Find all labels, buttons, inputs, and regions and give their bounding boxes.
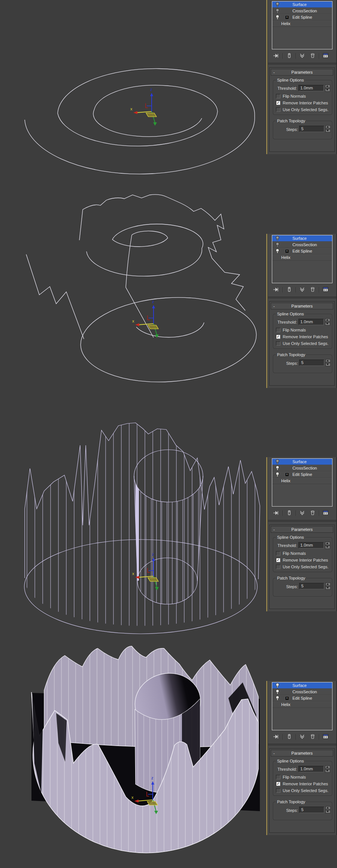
bulb-on-icon[interactable]	[275, 15, 280, 20]
stack-item-surface[interactable]: Surface	[272, 459, 332, 465]
expand-icon[interactable]: +	[285, 696, 289, 700]
modifier-stack[interactable]: SurfaceCrossSection+Edit SplineHelix	[272, 235, 333, 283]
stack-item-edit-spline[interactable]: +Edit Spline	[272, 248, 332, 254]
configure-modifier-sets-icon[interactable]	[322, 52, 330, 59]
threshold-spinner-up-arrow[interactable]	[325, 318, 330, 322]
checkbox-remove-interior-patches[interactable]: ✓	[276, 782, 280, 786]
make-unique-icon[interactable]	[299, 52, 306, 59]
steps-field[interactable]: 5	[299, 807, 324, 813]
stack-item-helix[interactable]: Helix	[272, 21, 332, 27]
checkbox-use-only-selected-segs[interactable]	[276, 788, 280, 793]
remove-modifier-icon[interactable]	[309, 286, 316, 293]
make-unique-icon[interactable]	[299, 733, 306, 740]
threshold-field[interactable]: 1.0mm	[298, 766, 324, 772]
steps-field[interactable]: 5	[299, 360, 324, 366]
stack-item-helix[interactable]: Helix	[272, 702, 332, 708]
transform-gizmo-1[interactable]	[130, 87, 157, 126]
checkbox-flip-normals[interactable]	[276, 94, 280, 98]
steps-spinner-down-arrow[interactable]	[325, 810, 331, 813]
collapse-icon[interactable]: -	[273, 69, 275, 75]
bulb-on-icon[interactable]	[275, 472, 280, 477]
pin-stack-icon[interactable]	[273, 510, 280, 516]
threshold-spinner-down-arrow[interactable]	[325, 545, 330, 549]
show-end-result-icon[interactable]	[286, 286, 293, 293]
bulb-on-icon[interactable]	[275, 683, 280, 688]
threshold-field[interactable]: 1.0mm	[298, 85, 324, 91]
rollout-header[interactable]: -Parameters	[271, 750, 333, 757]
checkbox-use-only-selected-segs[interactable]	[276, 107, 280, 112]
collapse-icon[interactable]: -	[273, 750, 275, 756]
expand-icon[interactable]: +	[285, 473, 289, 477]
checkbox-row-flip-normals[interactable]: Flip Normals	[276, 775, 331, 779]
bulb-on-icon[interactable]	[275, 248, 280, 254]
bulb-off-icon[interactable]	[275, 242, 280, 247]
modifier-stack[interactable]: SurfaceCrossSection+Edit SplineHelix	[272, 458, 333, 507]
viewport-2-crosssection-spline[interactable]	[26, 195, 259, 388]
pin-stack-icon[interactable]	[273, 733, 280, 740]
stack-item-surface[interactable]: Surface	[272, 235, 332, 242]
transform-gizmo-3[interactable]	[132, 552, 159, 590]
threshold-field[interactable]: 1.0mm	[298, 542, 324, 548]
checkbox-remove-interior-patches[interactable]: ✓	[276, 334, 280, 339]
checkbox-row-use-only-selected-segs[interactable]: Use Only Selected Segs.	[276, 788, 331, 793]
make-unique-icon[interactable]	[299, 510, 306, 516]
threshold-spinner-up-arrow[interactable]	[325, 765, 330, 769]
bulb-off-icon[interactable]	[275, 236, 280, 241]
stack-item-helix[interactable]: Helix	[272, 254, 332, 261]
checkbox-row-remove-interior-patches[interactable]: ✓Remove Interior Patches	[276, 558, 331, 562]
steps-spinner-up-arrow[interactable]	[325, 806, 331, 810]
steps-spinner-up-arrow[interactable]	[325, 359, 331, 363]
transform-gizmo-2[interactable]	[132, 299, 159, 338]
rollout-header[interactable]: -Parameters	[271, 303, 333, 309]
checkbox-flip-normals[interactable]	[276, 551, 280, 556]
make-unique-icon[interactable]	[299, 286, 306, 293]
checkbox-row-flip-normals[interactable]: Flip Normals	[276, 328, 331, 332]
bulb-off-icon[interactable]	[275, 459, 280, 464]
checkbox-row-flip-normals[interactable]: Flip Normals	[276, 94, 331, 98]
threshold-spinner-up-arrow[interactable]	[325, 85, 330, 88]
expand-icon[interactable]: +	[285, 15, 289, 19]
checkbox-row-use-only-selected-segs[interactable]: Use Only Selected Segs.	[276, 107, 331, 112]
stack-item-crosssection[interactable]: CrossSection	[272, 689, 332, 695]
threshold-spinner-down-arrow[interactable]	[325, 322, 330, 326]
pin-stack-icon[interactable]	[273, 52, 280, 59]
bulb-off-icon[interactable]	[275, 2, 280, 7]
stack-item-crosssection[interactable]: CrossSection	[272, 242, 332, 248]
stack-item-surface[interactable]: Surface	[272, 1, 332, 8]
stack-item-edit-spline[interactable]: +Edit Spline	[272, 695, 332, 702]
bulb-on-icon[interactable]	[275, 689, 280, 694]
threshold-field[interactable]: 1.0mm	[298, 319, 324, 325]
show-end-result-icon[interactable]	[286, 52, 293, 59]
modifier-stack[interactable]: SurfaceCrossSection+Edit SplineHelix	[272, 682, 333, 730]
checkbox-row-use-only-selected-segs[interactable]: Use Only Selected Segs.	[276, 565, 331, 569]
viewport-4-surface-shaded[interactable]	[31, 643, 260, 865]
steps-spinner-down-arrow[interactable]	[325, 129, 331, 132]
modifier-stack[interactable]: SurfaceCrossSection+Edit SplineHelix	[272, 1, 333, 49]
viewport-1-helix-spline[interactable]	[25, 68, 255, 174]
collapse-icon[interactable]: -	[273, 526, 275, 532]
checkbox-use-only-selected-segs[interactable]	[276, 565, 280, 569]
steps-field[interactable]: 5	[299, 126, 324, 132]
threshold-spinner-up-arrow[interactable]	[325, 542, 330, 545]
checkbox-row-remove-interior-patches[interactable]: ✓Remove Interior Patches	[276, 782, 331, 786]
threshold-spinner-down-arrow[interactable]	[325, 769, 330, 773]
stack-item-crosssection[interactable]: CrossSection	[272, 8, 332, 14]
bulb-on-icon[interactable]	[275, 465, 280, 471]
collapse-icon[interactable]: -	[273, 303, 275, 309]
stack-item-surface[interactable]: Surface	[272, 682, 332, 689]
stack-item-helix[interactable]: Helix	[272, 478, 332, 484]
bulb-off-icon[interactable]	[275, 8, 280, 13]
threshold-spinner-down-arrow[interactable]	[325, 88, 330, 92]
configure-modifier-sets-icon[interactable]	[322, 286, 330, 293]
viewport-3-surface-wireframe[interactable]	[24, 419, 260, 636]
checkbox-row-remove-interior-patches[interactable]: ✓Remove Interior Patches	[276, 101, 331, 105]
remove-modifier-icon[interactable]	[309, 510, 316, 516]
steps-spinner-up-arrow[interactable]	[325, 125, 331, 129]
checkbox-row-use-only-selected-segs[interactable]: Use Only Selected Segs.	[276, 341, 331, 346]
pin-stack-icon[interactable]	[273, 286, 280, 293]
stack-item-crosssection[interactable]: CrossSection	[272, 465, 332, 471]
expand-icon[interactable]: +	[285, 249, 289, 253]
show-end-result-icon[interactable]	[286, 510, 293, 516]
configure-modifier-sets-icon[interactable]	[322, 733, 330, 740]
remove-modifier-icon[interactable]	[309, 52, 316, 59]
